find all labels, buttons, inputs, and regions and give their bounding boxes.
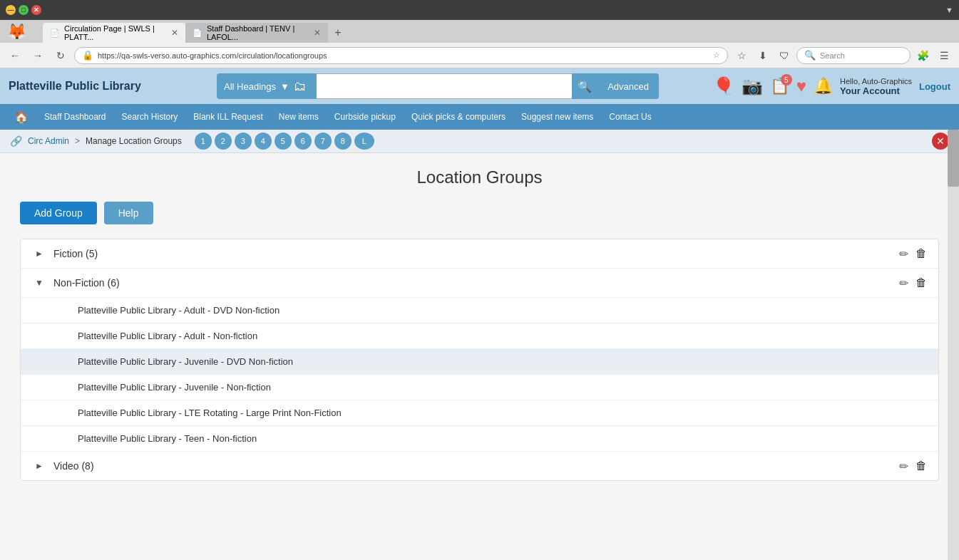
close-btn[interactable]: ✕ (932, 133, 949, 150)
group-row-fiction: ► Fiction (5) ✏ 🗑 (21, 239, 938, 269)
download-icon[interactable]: ⬇ (754, 46, 772, 65)
toggle-fiction[interactable]: ► (32, 247, 46, 261)
sub-item-juvenile-nonfiction[interactable]: Platteville Public Library - Juvenile - … (21, 375, 938, 400)
hot-air-balloon-icon[interactable]: 🎈 (713, 76, 734, 96)
page-btn-7[interactable]: 7 (314, 133, 332, 150)
page-title: Location Groups (14, 167, 945, 187)
group-name-video: Video (8) (53, 460, 892, 472)
camera-icon[interactable]: 📷 (742, 76, 763, 96)
page-btn-2[interactable]: 2 (215, 133, 232, 150)
tab-bar: 🦊 📄 Circulation Page | SWLS | PLATT... ✕… (0, 20, 959, 43)
breadcrumb-manage-location-groups: Manage Location Groups (86, 136, 182, 146)
add-group-btn[interactable]: Add Group (20, 202, 97, 224)
shield-icon[interactable]: 🛡 (775, 46, 794, 65)
groups-container: ► Fiction (5) ✏ 🗑 ▼ Non-Fiction (6) ✏ 🗑 … (20, 239, 939, 481)
nav-contact-us[interactable]: Contact Us (602, 108, 658, 126)
browser-search-icon: 🔍 (804, 50, 816, 61)
delete-fiction-btn[interactable]: 🗑 (916, 247, 927, 260)
nav-suggest-new-items[interactable]: Suggest new items (514, 108, 600, 126)
tab-icon-staff: 📄 (193, 28, 202, 38)
bookmark-icon[interactable]: ☆ (732, 46, 751, 65)
sub-item-lte-rotating[interactable]: Platteville Public Library - LTE Rotatin… (21, 400, 938, 426)
bell-icon[interactable]: 🔔 (814, 77, 833, 95)
search-button[interactable]: 🔍 (572, 73, 598, 99)
search-area: All Headings ▼ 🗂 🔍 Advanced (217, 73, 659, 99)
search-dropdown[interactable]: All Headings ▼ 🗂 (217, 73, 317, 99)
back-btn[interactable]: ← (6, 46, 24, 65)
sub-item-text-juvenile-dvd-nonfiction: Platteville Public Library - Juvenile - … (78, 356, 293, 367)
browser-nav-bar: ← → ↻ 🔒 https://qa-swls-verso.auto-graph… (0, 43, 959, 68)
user-account-area: Hello, Auto-Graphics Your Account (840, 77, 912, 96)
scrollbar[interactable] (948, 130, 959, 560)
extensions-icon[interactable]: 🧩 (913, 46, 932, 65)
url-text: https://qa-swls-verso.auto-graphics.com/… (98, 51, 709, 60)
page-btn-6[interactable]: 6 (294, 133, 312, 150)
close-btn[interactable]: ✕ (31, 5, 41, 15)
main-content: Location Groups Add Group Help ► Fiction… (0, 153, 959, 495)
maximize-btn[interactable]: □ (19, 5, 29, 15)
tab-label-circulation: Circulation Page | SWLS | PLATT... (64, 24, 167, 41)
star-icon[interactable]: ☆ (713, 51, 720, 60)
nav-quick-picks[interactable]: Quick picks & computers (404, 108, 513, 126)
edit-video-btn[interactable]: ✏ (899, 460, 908, 473)
nav-home-btn[interactable]: 🏠 (7, 106, 36, 128)
breadcrumb-bar: 🔗 Circ Admin > Manage Location Groups 1 … (0, 130, 959, 153)
pagination: 1 2 3 4 5 6 7 8 L (195, 133, 374, 150)
lock-icon: 🔒 (82, 50, 93, 61)
edit-nonfiction-btn[interactable]: ✏ (899, 276, 908, 290)
edit-fiction-btn[interactable]: ✏ (899, 247, 908, 261)
sub-item-text-juvenile-nonfiction: Platteville Public Library - Juvenile - … (78, 382, 271, 393)
toggle-video[interactable]: ► (32, 459, 46, 473)
search-input[interactable] (317, 73, 572, 99)
new-tab-btn[interactable]: + (328, 23, 348, 43)
tab-close-staff[interactable]: ✕ (314, 28, 321, 38)
nav-curbside-pickup[interactable]: Curbside pickup (327, 108, 403, 126)
page-btn-8[interactable]: 8 (334, 133, 352, 150)
group-row-nonfiction: ▼ Non-Fiction (6) ✏ 🗑 (21, 269, 938, 298)
page-btn-3[interactable]: 3 (235, 133, 252, 150)
link-icon: 🔗 (10, 135, 22, 147)
nav-blank-ill-request[interactable]: Blank ILL Request (186, 108, 270, 126)
minimize-btn[interactable]: — (6, 5, 16, 15)
browser-search-bar[interactable]: 🔍 Search (796, 47, 911, 64)
delete-video-btn[interactable]: 🗑 (916, 460, 927, 472)
logout-btn[interactable]: Logout (919, 81, 950, 92)
page-btn-5[interactable]: 5 (275, 133, 292, 150)
menu-icon[interactable]: ☰ (935, 46, 953, 65)
refresh-btn[interactable]: ↻ (51, 46, 70, 65)
scrollbar-thumb[interactable] (948, 130, 959, 187)
page-btn-L[interactable]: L (354, 133, 374, 150)
nav-menu: 🏠 Staff Dashboard Search History Blank I… (0, 104, 959, 130)
forward-btn[interactable]: → (29, 46, 47, 65)
delete-nonfiction-btn[interactable]: 🗑 (916, 276, 927, 289)
browser-search-label: Search (820, 51, 845, 60)
tab-label-staff: Staff Dashboard | TENV | LAFOL... (207, 24, 309, 41)
sub-item-teen-nonfiction[interactable]: Platteville Public Library - Teen - Non-… (21, 426, 938, 452)
your-account-btn[interactable]: Your Account (840, 85, 912, 96)
favorites-heart[interactable]: ♥ (796, 76, 806, 96)
sub-item-adult-nonfiction[interactable]: Platteville Public Library - Adult - Non… (21, 323, 938, 349)
nav-staff-dashboard[interactable]: Staff Dashboard (37, 108, 113, 126)
nav-search-history[interactable]: Search History (115, 108, 185, 126)
url-bar[interactable]: 🔒 https://qa-swls-verso.auto-graphics.co… (74, 47, 728, 64)
search-dropdown-label: All Headings (224, 81, 276, 92)
help-btn[interactable]: Help (104, 202, 153, 224)
firefox-icon: 🦊 (6, 21, 27, 43)
content-area: 🔗 Circ Admin > Manage Location Groups 1 … (0, 130, 959, 560)
list-icon[interactable]: 📋 5 (770, 77, 789, 95)
heart-icon: ♥ (796, 76, 806, 96)
page-btn-4[interactable]: 4 (255, 133, 272, 150)
tab-circulation[interactable]: 📄 Circulation Page | SWLS | PLATT... ✕ (43, 23, 185, 43)
sub-item-adult-dvd-nonfiction[interactable]: Platteville Public Library - Adult - DVD… (21, 298, 938, 323)
breadcrumb-circ-admin[interactable]: Circ Admin (28, 136, 69, 146)
sub-item-text-teen-nonfiction: Platteville Public Library - Teen - Non-… (78, 433, 257, 444)
sub-item-juvenile-dvd-nonfiction[interactable]: Platteville Public Library - Juvenile - … (21, 349, 938, 375)
page-btn-1[interactable]: 1 (195, 133, 212, 150)
advanced-search-btn[interactable]: Advanced (598, 73, 659, 99)
tab-close-circulation[interactable]: ✕ (171, 28, 178, 38)
tab-staff-dashboard[interactable]: 📄 Staff Dashboard | TENV | LAFOL... ✕ (185, 23, 328, 43)
hello-text: Hello, Auto-Graphics (840, 77, 912, 85)
nav-new-items[interactable]: New items (272, 108, 326, 126)
notifications-badge: 5 (781, 74, 792, 85)
toggle-nonfiction[interactable]: ▼ (32, 276, 46, 290)
